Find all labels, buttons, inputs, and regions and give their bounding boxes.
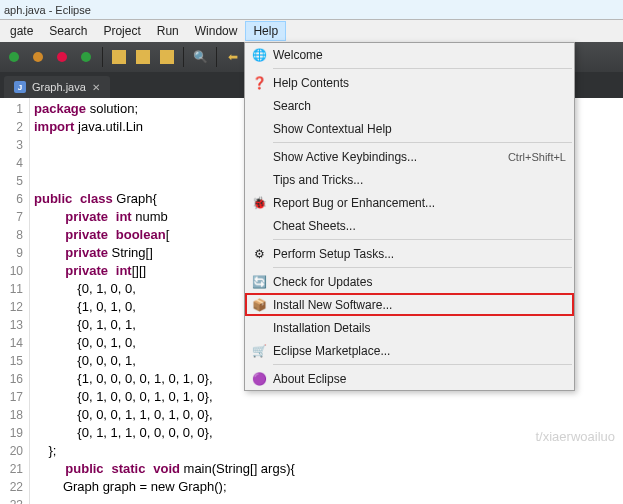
- menu-separator: [273, 68, 572, 69]
- line-number: 14: [0, 334, 23, 352]
- line-number: 7: [0, 208, 23, 226]
- menu-keybindings[interactable]: Show Active Keybindings...Ctrl+Shift+L: [245, 145, 574, 168]
- line-number: 3: [0, 136, 23, 154]
- menu-marketplace[interactable]: 🛒Eclipse Marketplace...: [245, 339, 574, 362]
- java-file-icon: J: [14, 81, 26, 93]
- bug-icon: 🐞: [249, 196, 269, 210]
- close-icon[interactable]: ✕: [92, 82, 100, 93]
- line-number: 1: [0, 100, 23, 118]
- tb-search-icon[interactable]: 🔍: [190, 47, 210, 67]
- line-number: 21: [0, 460, 23, 478]
- install-icon: 📦: [249, 298, 269, 312]
- line-number: 11: [0, 280, 23, 298]
- line-number: 17: [0, 388, 23, 406]
- tb-debug-icon[interactable]: [28, 47, 48, 67]
- tb-open-icon[interactable]: [133, 47, 153, 67]
- menu-run[interactable]: Run: [149, 21, 187, 41]
- menu-report-bug[interactable]: 🐞Report Bug or Enhancement...: [245, 191, 574, 214]
- window-title: aph.java - Eclipse: [4, 4, 91, 16]
- line-number: 16: [0, 370, 23, 388]
- tb-ext-tools-icon[interactable]: [52, 47, 72, 67]
- welcome-icon: 🌐: [249, 48, 269, 62]
- menu-separator: [273, 142, 572, 143]
- tab-filename: Graph.java: [32, 81, 86, 93]
- setup-icon: ⚙: [249, 247, 269, 261]
- menu-navigate[interactable]: gate: [2, 21, 41, 41]
- menu-check-updates[interactable]: 🔄Check for Updates: [245, 270, 574, 293]
- menu-project[interactable]: Project: [95, 21, 148, 41]
- menu-contextual-help[interactable]: Show Contextual Help: [245, 117, 574, 140]
- menu-setup-tasks[interactable]: ⚙Perform Setup Tasks...: [245, 242, 574, 265]
- menu-help-contents[interactable]: ❓Help Contents: [245, 71, 574, 94]
- menu-search[interactable]: Search: [41, 21, 95, 41]
- update-icon: 🔄: [249, 275, 269, 289]
- watermark-text: t/xiaerwoailuo: [536, 429, 616, 444]
- editor-tab[interactable]: J Graph.java ✕: [4, 76, 110, 98]
- window-titlebar: aph.java - Eclipse: [0, 0, 623, 20]
- line-number: 19: [0, 424, 23, 442]
- help-dropdown-menu: 🌐Welcome ❓Help Contents Search Show Cont…: [244, 42, 575, 391]
- line-number: 23: [0, 496, 23, 504]
- line-number: 13: [0, 316, 23, 334]
- menubar: gate Search Project Run Window Help: [0, 20, 623, 42]
- eclipse-icon: 🟣: [249, 372, 269, 386]
- menu-separator: [273, 239, 572, 240]
- line-number: 18: [0, 406, 23, 424]
- menu-cheat-sheets[interactable]: Cheat Sheets...: [245, 214, 574, 237]
- line-number: 6: [0, 190, 23, 208]
- line-number: 20: [0, 442, 23, 460]
- menu-help-search[interactable]: Search: [245, 94, 574, 117]
- tb-back-icon[interactable]: ⬅: [223, 47, 243, 67]
- tb-separator: [183, 47, 184, 67]
- menu-about[interactable]: 🟣About Eclipse: [245, 367, 574, 390]
- tb-separator: [216, 47, 217, 67]
- line-number: 10: [0, 262, 23, 280]
- menu-install-details[interactable]: Installation Details: [245, 316, 574, 339]
- line-number: 2: [0, 118, 23, 136]
- menu-window[interactable]: Window: [187, 21, 246, 41]
- tb-refresh-icon[interactable]: [76, 47, 96, 67]
- menu-install-software[interactable]: 📦Install New Software...: [245, 293, 574, 316]
- menu-tips[interactable]: Tips and Tricks...: [245, 168, 574, 191]
- line-number: 8: [0, 226, 23, 244]
- help-icon: ❓: [249, 76, 269, 90]
- tb-separator: [102, 47, 103, 67]
- tb-save-icon[interactable]: [157, 47, 177, 67]
- tb-new-icon[interactable]: [109, 47, 129, 67]
- tb-run-icon[interactable]: [4, 47, 24, 67]
- line-number: 5: [0, 172, 23, 190]
- line-number: 15: [0, 352, 23, 370]
- menu-separator: [273, 267, 572, 268]
- shortcut-label: Ctrl+Shift+L: [508, 151, 566, 163]
- line-number: 4: [0, 154, 23, 172]
- marketplace-icon: 🛒: [249, 344, 269, 358]
- line-number: 22: [0, 478, 23, 496]
- menu-separator: [273, 364, 572, 365]
- menu-welcome[interactable]: 🌐Welcome: [245, 43, 574, 66]
- line-number: 12: [0, 298, 23, 316]
- line-number: 9: [0, 244, 23, 262]
- line-number-gutter: 1234567891011121314151617181920212223: [0, 98, 30, 504]
- menu-help[interactable]: Help: [245, 21, 286, 41]
